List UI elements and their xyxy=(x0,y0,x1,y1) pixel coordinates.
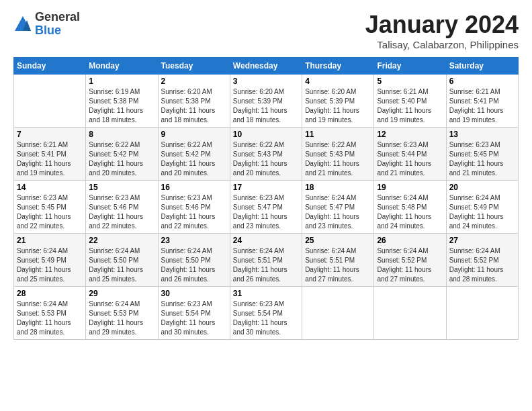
header-row: SundayMondayTuesdayWednesdayThursdayFrid… xyxy=(14,58,519,75)
day-cell: 23Sunrise: 6:24 AM Sunset: 5:50 PM Dayli… xyxy=(158,234,230,287)
day-number: 5 xyxy=(377,77,443,86)
day-cell: 13Sunrise: 6:23 AM Sunset: 5:45 PM Dayli… xyxy=(446,128,518,181)
day-number: 21 xyxy=(17,236,83,245)
day-cell: 14Sunrise: 6:23 AM Sunset: 5:45 PM Dayli… xyxy=(14,181,86,234)
day-info: Sunrise: 6:23 AM Sunset: 5:45 PM Dayligh… xyxy=(17,193,83,231)
day-cell: 17Sunrise: 6:23 AM Sunset: 5:47 PM Dayli… xyxy=(230,181,302,234)
day-cell: 11Sunrise: 6:22 AM Sunset: 5:43 PM Dayli… xyxy=(302,128,374,181)
day-info: Sunrise: 6:24 AM Sunset: 5:53 PM Dayligh… xyxy=(17,300,83,337)
day-cell: 12Sunrise: 6:23 AM Sunset: 5:44 PM Dayli… xyxy=(374,128,446,181)
day-info: Sunrise: 6:24 AM Sunset: 5:51 PM Dayligh… xyxy=(305,246,371,284)
day-info: Sunrise: 6:23 AM Sunset: 5:46 PM Dayligh… xyxy=(161,193,227,231)
day-info: Sunrise: 6:20 AM Sunset: 5:38 PM Dayligh… xyxy=(161,87,227,125)
day-info: Sunrise: 6:23 AM Sunset: 5:54 PM Dayligh… xyxy=(233,300,299,337)
logo: General Blue xyxy=(13,11,80,38)
day-cell: 9Sunrise: 6:22 AM Sunset: 5:42 PM Daylig… xyxy=(158,128,230,181)
day-cell: 18Sunrise: 6:24 AM Sunset: 5:47 PM Dayli… xyxy=(302,181,374,234)
day-cell: 2Sunrise: 6:20 AM Sunset: 5:38 PM Daylig… xyxy=(158,75,230,128)
day-number: 23 xyxy=(161,236,227,245)
day-cell: 28Sunrise: 6:24 AM Sunset: 5:53 PM Dayli… xyxy=(14,287,86,340)
week-row-5: 28Sunrise: 6:24 AM Sunset: 5:53 PM Dayli… xyxy=(14,287,519,340)
day-number: 28 xyxy=(17,289,83,298)
col-header-monday: Monday xyxy=(86,58,158,75)
day-number: 1 xyxy=(89,77,154,86)
day-number: 13 xyxy=(449,130,515,139)
day-cell: 3Sunrise: 6:20 AM Sunset: 5:39 PM Daylig… xyxy=(230,75,302,128)
day-info: Sunrise: 6:23 AM Sunset: 5:54 PM Dayligh… xyxy=(161,300,227,337)
day-info: Sunrise: 6:24 AM Sunset: 5:52 PM Dayligh… xyxy=(377,246,443,284)
day-number: 7 xyxy=(17,130,83,139)
day-cell: 26Sunrise: 6:24 AM Sunset: 5:52 PM Dayli… xyxy=(374,234,446,287)
day-info: Sunrise: 6:23 AM Sunset: 5:46 PM Dayligh… xyxy=(89,193,154,231)
day-cell: 6Sunrise: 6:21 AM Sunset: 5:41 PM Daylig… xyxy=(446,75,518,128)
day-number: 31 xyxy=(233,289,299,298)
day-number: 9 xyxy=(161,130,227,139)
day-info: Sunrise: 6:24 AM Sunset: 5:52 PM Dayligh… xyxy=(449,246,515,284)
day-number: 4 xyxy=(305,77,371,86)
day-cell xyxy=(374,287,446,340)
day-number: 27 xyxy=(449,236,515,245)
col-header-friday: Friday xyxy=(374,58,446,75)
day-cell: 20Sunrise: 6:24 AM Sunset: 5:49 PM Dayli… xyxy=(446,181,518,234)
day-cell: 5Sunrise: 6:21 AM Sunset: 5:40 PM Daylig… xyxy=(374,75,446,128)
day-number: 2 xyxy=(161,77,227,86)
logo-icon xyxy=(13,15,32,34)
col-header-tuesday: Tuesday xyxy=(158,58,230,75)
day-number: 19 xyxy=(377,183,443,192)
day-info: Sunrise: 6:19 AM Sunset: 5:38 PM Dayligh… xyxy=(89,87,154,125)
day-number: 29 xyxy=(89,289,154,298)
day-number: 30 xyxy=(161,289,227,298)
day-cell: 1Sunrise: 6:19 AM Sunset: 5:38 PM Daylig… xyxy=(86,75,158,128)
day-cell xyxy=(302,287,374,340)
day-info: Sunrise: 6:22 AM Sunset: 5:42 PM Dayligh… xyxy=(89,140,154,178)
day-info: Sunrise: 6:24 AM Sunset: 5:53 PM Dayligh… xyxy=(89,300,154,337)
day-number: 18 xyxy=(305,183,371,192)
day-info: Sunrise: 6:24 AM Sunset: 5:51 PM Dayligh… xyxy=(233,246,299,284)
day-info: Sunrise: 6:22 AM Sunset: 5:43 PM Dayligh… xyxy=(233,140,299,178)
day-info: Sunrise: 6:21 AM Sunset: 5:40 PM Dayligh… xyxy=(377,87,443,125)
day-cell: 27Sunrise: 6:24 AM Sunset: 5:52 PM Dayli… xyxy=(446,234,518,287)
day-info: Sunrise: 6:24 AM Sunset: 5:47 PM Dayligh… xyxy=(305,193,371,231)
day-info: Sunrise: 6:20 AM Sunset: 5:39 PM Dayligh… xyxy=(233,87,299,125)
day-info: Sunrise: 6:23 AM Sunset: 5:44 PM Dayligh… xyxy=(377,140,443,178)
day-info: Sunrise: 6:24 AM Sunset: 5:48 PM Dayligh… xyxy=(377,193,443,231)
day-info: Sunrise: 6:22 AM Sunset: 5:43 PM Dayligh… xyxy=(305,140,371,178)
day-info: Sunrise: 6:24 AM Sunset: 5:50 PM Dayligh… xyxy=(161,246,227,284)
day-number: 22 xyxy=(89,236,154,245)
subtitle: Talisay, Calabarzon, Philippines xyxy=(365,39,519,50)
logo-blue-text: Blue xyxy=(35,24,80,38)
header: General Blue January 2024 Talisay, Calab… xyxy=(13,11,519,50)
week-row-2: 7Sunrise: 6:21 AM Sunset: 5:41 PM Daylig… xyxy=(14,128,519,181)
day-number: 11 xyxy=(305,130,371,139)
day-info: Sunrise: 6:24 AM Sunset: 5:49 PM Dayligh… xyxy=(449,193,515,231)
day-cell: 16Sunrise: 6:23 AM Sunset: 5:46 PM Dayli… xyxy=(158,181,230,234)
day-info: Sunrise: 6:23 AM Sunset: 5:47 PM Dayligh… xyxy=(233,193,299,231)
day-cell: 24Sunrise: 6:24 AM Sunset: 5:51 PM Dayli… xyxy=(230,234,302,287)
day-info: Sunrise: 6:21 AM Sunset: 5:41 PM Dayligh… xyxy=(17,140,83,178)
day-number: 15 xyxy=(89,183,154,192)
day-cell: 30Sunrise: 6:23 AM Sunset: 5:54 PM Dayli… xyxy=(158,287,230,340)
day-number: 17 xyxy=(233,183,299,192)
day-info: Sunrise: 6:20 AM Sunset: 5:39 PM Dayligh… xyxy=(305,87,371,125)
day-number: 26 xyxy=(377,236,443,245)
day-number: 20 xyxy=(449,183,515,192)
day-info: Sunrise: 6:21 AM Sunset: 5:41 PM Dayligh… xyxy=(449,87,515,125)
calendar-table: SundayMondayTuesdayWednesdayThursdayFrid… xyxy=(13,57,519,340)
title-block: January 2024 Talisay, Calabarzon, Philip… xyxy=(365,11,519,50)
day-cell: 29Sunrise: 6:24 AM Sunset: 5:53 PM Dayli… xyxy=(86,287,158,340)
day-info: Sunrise: 6:22 AM Sunset: 5:42 PM Dayligh… xyxy=(161,140,227,178)
day-cell: 15Sunrise: 6:23 AM Sunset: 5:46 PM Dayli… xyxy=(86,181,158,234)
col-header-saturday: Saturday xyxy=(446,58,518,75)
col-header-wednesday: Wednesday xyxy=(230,58,302,75)
day-number: 24 xyxy=(233,236,299,245)
day-cell: 22Sunrise: 6:24 AM Sunset: 5:50 PM Dayli… xyxy=(86,234,158,287)
main-title: January 2024 xyxy=(365,11,519,39)
col-header-thursday: Thursday xyxy=(302,58,374,75)
day-cell: 7Sunrise: 6:21 AM Sunset: 5:41 PM Daylig… xyxy=(14,128,86,181)
day-number: 10 xyxy=(233,130,299,139)
day-info: Sunrise: 6:24 AM Sunset: 5:50 PM Dayligh… xyxy=(89,246,154,284)
day-number: 12 xyxy=(377,130,443,139)
day-number: 25 xyxy=(305,236,371,245)
col-header-sunday: Sunday xyxy=(14,58,86,75)
day-number: 6 xyxy=(449,77,515,86)
